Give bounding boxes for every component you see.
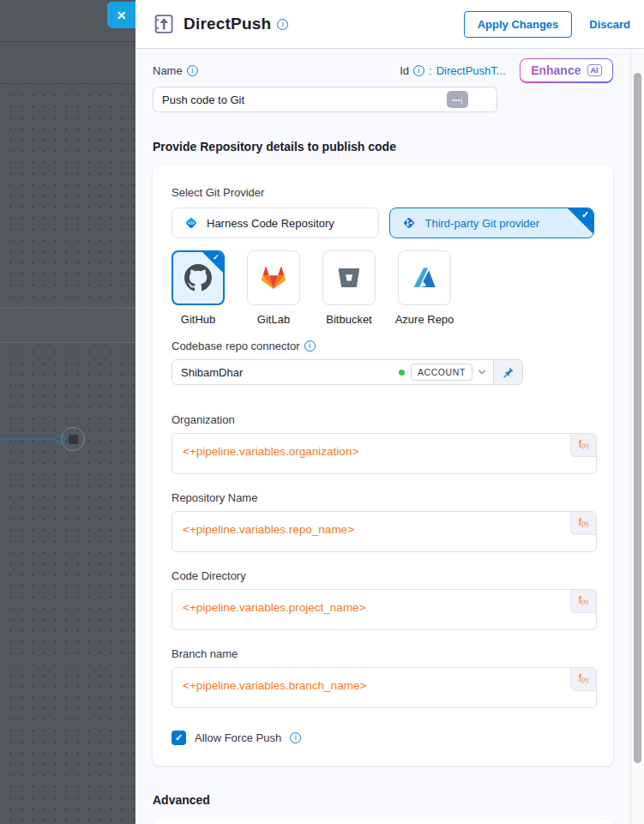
ai-badge: AI — [587, 64, 602, 76]
step-name-input[interactable] — [153, 87, 497, 112]
enhance-ai-button[interactable]: Enhance AI — [520, 58, 613, 83]
harness-code-icon: </> — [184, 215, 199, 231]
step-id-value[interactable]: DirectPushT... — [436, 64, 506, 77]
code-directory-value: <+pipeline.variables.project_name> — [183, 601, 366, 614]
selected-corner: ✓ — [202, 252, 223, 273]
rename-ellipsis-icon[interactable]: •••| — [447, 91, 468, 108]
force-push-info-icon[interactable]: i — [290, 732, 301, 743]
pipeline-edge — [0, 438, 57, 440]
id-info-icon[interactable]: i — [413, 65, 424, 76]
directpush-step-icon — [153, 13, 175, 35]
provider-label-github: GitHub — [181, 313, 215, 326]
force-push-checkbox[interactable]: ✓ — [172, 731, 186, 745]
canvas-dot-grid — [0, 85, 135, 824]
fx-button[interactable]: f(x) — [570, 434, 596, 457]
fx-button[interactable]: f(x) — [570, 512, 596, 535]
provider-tile-gitlab[interactable] — [247, 250, 300, 305]
git-branch-icon — [401, 215, 417, 231]
close-drawer-button[interactable]: ✕ — [107, 2, 135, 28]
provider-label-azure-repo: Azure Repo — [395, 313, 454, 326]
chevron-down-icon[interactable] — [477, 367, 487, 377]
fx-button[interactable]: f(x) — [570, 668, 596, 691]
selected-corner: ✓ — [568, 208, 593, 234]
canvas-stage-strip — [0, 307, 135, 343]
repo-section-heading: Provide Repository details to publish co… — [153, 140, 613, 153]
repository-name-input[interactable]: <+pipeline.variables.repo_name> f(x) — [172, 511, 597, 552]
step-info-icon[interactable]: i — [277, 19, 288, 30]
step-id-group: Id i : DirectPushT... — [400, 64, 505, 77]
id-colon: : — [429, 64, 432, 77]
check-icon: ✓ — [581, 209, 589, 220]
panel-header: DirectPush i Apply Changes Discard — [135, 0, 644, 49]
connector-info-icon[interactable]: i — [304, 340, 316, 352]
branch-name-value: <+pipeline.variables.branch_name> — [183, 679, 366, 692]
pin-icon — [502, 366, 515, 379]
option-harness-code-repository[interactable]: </> Harness Code Repository — [172, 208, 379, 238]
organization-input[interactable]: <+pipeline.variables.organization> f(x) — [172, 433, 597, 474]
repository-name-label: Repository Name — [172, 491, 594, 504]
connector-status-dot — [399, 370, 405, 376]
provider-tile-azure-repo[interactable] — [398, 250, 451, 305]
canvas-toolbar-band — [0, 43, 135, 84]
force-push-label: Allow Force Push — [195, 731, 281, 744]
repository-name-value: <+pipeline.variables.repo_name> — [183, 523, 354, 536]
provider-tile-bitbucket[interactable] — [322, 250, 376, 305]
code-directory-label: Code Directory — [172, 569, 594, 582]
provider-tiles: ✓ GitHub — [172, 250, 594, 326]
advanced-heading: Advanced — [153, 793, 613, 807]
gitlab-icon — [259, 263, 288, 292]
enhance-inner: Enhance AI — [521, 59, 611, 81]
option-label: Harness Code Repository — [207, 217, 334, 230]
name-input-wrap: •••| — [153, 87, 497, 112]
organization-value: <+pipeline.variables.organization> — [183, 445, 358, 458]
discard-button[interactable]: Discard — [589, 18, 630, 31]
enhance-label: Enhance — [531, 63, 581, 77]
force-push-row: ✓ Allow Force Push i — [172, 731, 594, 745]
id-label: Id — [400, 64, 409, 77]
apply-changes-button[interactable]: Apply Changes — [464, 11, 573, 38]
provider-label-gitlab: GitLab — [257, 313, 290, 326]
organization-label: Organization — [172, 413, 594, 426]
provider-tile-github[interactable]: ✓ — [172, 250, 225, 305]
option-label: Third-party Git provider — [424, 217, 539, 230]
close-icon: ✕ — [117, 9, 127, 22]
provider-col-gitlab: GitLab — [247, 250, 300, 326]
name-row: Name i Id i : DirectPushT... Enhance AI — [153, 57, 613, 83]
branch-name-label: Branch name — [172, 647, 594, 660]
provider-col-azure-repo: Azure Repo — [398, 250, 451, 326]
pipeline-canvas[interactable] — [0, 0, 135, 824]
select-git-provider-label: Select Git Provider — [172, 186, 594, 199]
scrollbar-track[interactable] — [630, 49, 644, 824]
scope-badge: ACCOUNT — [411, 364, 472, 381]
check-icon: ✓ — [213, 253, 220, 262]
name-label-group: Name i — [153, 64, 198, 77]
advanced-card — [153, 819, 613, 824]
pin-button[interactable] — [493, 360, 522, 384]
option-third-party-git-provider[interactable]: Third-party Git provider ✓ — [389, 208, 594, 238]
provider-label-bitbucket: Bitbucket — [326, 313, 371, 326]
provider-col-github: ✓ GitHub — [172, 250, 225, 326]
azure-repo-icon — [411, 264, 438, 292]
connector-value: ShibamDhar — [172, 366, 399, 379]
header-actions: Apply Changes Discard — [464, 11, 630, 38]
git-provider-options: </> Harness Code Repository — [172, 208, 594, 238]
branch-name-input[interactable]: <+pipeline.variables.branch_name> f(x) — [172, 667, 597, 708]
fx-button[interactable]: f(x) — [570, 590, 596, 613]
codebase-connector-field[interactable]: ShibamDhar ACCOUNT — [172, 359, 523, 385]
name-label: Name — [153, 64, 183, 77]
scrollbar-thumb[interactable] — [634, 73, 641, 763]
field-group-repository-name: Repository Name <+pipeline.variables.rep… — [172, 491, 594, 552]
repo-details-card: Select Git Provider </> Harness Code Rep… — [153, 165, 613, 766]
pipeline-end-node[interactable] — [61, 427, 85, 451]
bitbucket-icon — [336, 265, 362, 291]
connector-label: Codebase repo connector — [172, 340, 300, 352]
connector-label-group: Codebase repo connector i — [172, 340, 594, 352]
field-group-organization: Organization <+pipeline.variables.organi… — [172, 413, 594, 474]
field-group-branch-name: Branch name <+pipeline.variables.branch_… — [172, 647, 594, 708]
name-info-icon[interactable]: i — [187, 65, 198, 76]
code-directory-input[interactable]: <+pipeline.variables.project_name> f(x) — [172, 589, 597, 630]
step-config-panel: DirectPush i Apply Changes Discard Name … — [135, 0, 644, 824]
svg-text:</>: </> — [188, 220, 195, 226]
step-title: DirectPush — [184, 15, 271, 33]
provider-col-bitbucket: Bitbucket — [322, 250, 376, 326]
